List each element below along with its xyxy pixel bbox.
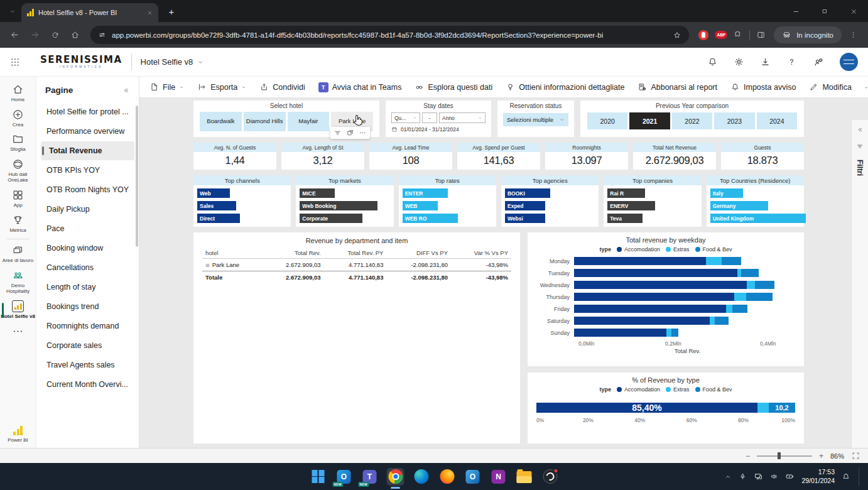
sidebar-page-otb-kpis-yoy[interactable]: OTB KPIs YOY bbox=[41, 161, 134, 180]
rail-item-home[interactable]: Home bbox=[0, 81, 36, 106]
user-avatar[interactable] bbox=[840, 53, 858, 71]
extensions-puzzle-icon[interactable] bbox=[734, 30, 743, 40]
slicer-bar-enerv[interactable]: ENERV bbox=[607, 201, 655, 210]
bar-segment-accomodation[interactable] bbox=[574, 329, 666, 337]
slicer-bar-teva[interactable]: Teva bbox=[607, 214, 643, 223]
sidebar-page-otb-room-nights-yoy[interactable]: OTB Room Nights YOY bbox=[41, 180, 134, 199]
zoom-slider-thumb[interactable] bbox=[778, 452, 781, 459]
browser-menu-icon[interactable] bbox=[845, 26, 862, 43]
bar-segment-food-bev[interactable] bbox=[746, 293, 773, 301]
toolbar-ottieni-informazioni-dettagliate[interactable]: Ottieni informazioni dettagliate bbox=[506, 82, 624, 92]
slicer-bar-enter[interactable]: ENTER bbox=[403, 188, 448, 198]
side-panel-icon[interactable] bbox=[756, 30, 766, 40]
download-icon[interactable] bbox=[760, 57, 771, 67]
taskbar-explorer-button[interactable] bbox=[516, 468, 533, 486]
bar-segment-food-bev[interactable] bbox=[741, 269, 759, 277]
zoom-out-button[interactable]: − bbox=[746, 452, 750, 460]
sidebar-page-pace[interactable]: Pace bbox=[41, 219, 134, 238]
browser-tab[interactable]: Hotel Selfie v8 - Power BI bbox=[21, 3, 158, 22]
weekday-bar-wednesday[interactable] bbox=[574, 281, 796, 289]
rail-item-hub-dati-onelake[interactable]: Hub dati OneLake bbox=[0, 156, 36, 187]
weekday-bar-tuesday[interactable] bbox=[574, 269, 796, 277]
legend-item-extras[interactable]: Extras bbox=[666, 386, 690, 393]
bar-segment-food-bev[interactable] bbox=[715, 317, 729, 325]
bar-segment-accomodation[interactable] bbox=[574, 281, 747, 289]
bar-segment-food-bev[interactable] bbox=[722, 257, 741, 265]
legend-item-accomodation[interactable]: Accomodation bbox=[617, 246, 660, 253]
slicer-bar-germany[interactable]: Germany bbox=[710, 201, 768, 210]
legend-item-food-bev[interactable]: Food & Bev bbox=[695, 386, 732, 393]
toolbar-esplora-questi-dati[interactable]: Esplora questi dati bbox=[415, 82, 492, 92]
rail-item-hotel-selfie-v8[interactable]: Hotel Selfie v8 bbox=[0, 298, 36, 323]
show-desktop-button[interactable] bbox=[859, 467, 860, 486]
bar-segment-extras[interactable] bbox=[666, 329, 671, 337]
slicer-bar-rai-r[interactable]: Rai R bbox=[607, 188, 645, 198]
rail-item-crea[interactable]: Crea bbox=[0, 106, 36, 131]
toolbar-file[interactable]: File bbox=[149, 82, 184, 92]
table-header-hotel[interactable]: hotel bbox=[202, 248, 263, 259]
minimize-icon[interactable] bbox=[781, 1, 810, 22]
sidebar-page-length-of-stay[interactable]: Length of stay bbox=[41, 278, 134, 297]
taskbar-start-button[interactable] bbox=[310, 468, 327, 486]
slicer-bar-sales[interactable]: Sales bbox=[197, 201, 236, 210]
sidebar-page-current-month-overvi[interactable]: Current Month Overvi... bbox=[41, 375, 134, 394]
sidebar-page-corporate-sales[interactable]: Corporate sales bbox=[41, 336, 134, 355]
stay-dates-granularity-dropdown[interactable]: Qu... bbox=[391, 112, 420, 123]
help-icon[interactable] bbox=[786, 57, 797, 67]
weekday-bar-thursday[interactable] bbox=[574, 293, 796, 301]
weekday-bar-sunday[interactable] bbox=[574, 329, 796, 337]
new-tab-button[interactable]: + bbox=[163, 3, 180, 19]
slicer-bar-web[interactable]: Web bbox=[197, 188, 230, 198]
bookmark-star-icon[interactable] bbox=[673, 31, 681, 40]
back-icon[interactable] bbox=[6, 26, 23, 43]
weekday-bar-friday[interactable] bbox=[574, 305, 796, 313]
adguard-extension-icon[interactable] bbox=[698, 30, 708, 40]
legend-item-extras[interactable]: Extras bbox=[666, 246, 690, 253]
slicer-bar-web-booking[interactable]: Web Booking bbox=[300, 201, 377, 210]
reload-icon[interactable] bbox=[46, 26, 63, 43]
toolbar-avvia-chat-in-teams[interactable]: TAvvia chat in Teams bbox=[318, 82, 402, 92]
focus-mode-icon[interactable] bbox=[346, 129, 354, 137]
microphone-icon[interactable] bbox=[739, 472, 747, 481]
sidebar-page-total-revenue[interactable]: Total Revenue bbox=[41, 141, 134, 160]
more-options-icon[interactable] bbox=[359, 129, 367, 137]
adblock-extension-icon[interactable]: ABP bbox=[715, 31, 727, 39]
zoom-in-button[interactable]: + bbox=[819, 452, 823, 460]
sidebar-page-hotel-selfie-for-protel[interactable]: Hotel Selfie for protel ... bbox=[41, 102, 134, 121]
rail-item-aree-di-lavoro[interactable]: Aree di lavoro bbox=[0, 242, 36, 267]
taskbar-edge-button[interactable] bbox=[413, 468, 430, 486]
bar-segment-extras[interactable] bbox=[726, 305, 732, 313]
weekday-bar-monday[interactable] bbox=[574, 257, 796, 265]
slicer-bar-mice[interactable]: MICE bbox=[300, 188, 335, 198]
slicer-bar-web-ro[interactable]: WEB RO bbox=[403, 214, 458, 223]
toolbar-modifica[interactable]: Modifica bbox=[809, 82, 852, 92]
address-bar[interactable]: app.powerbi.com/groups/bb0e72f9-3dfb-478… bbox=[90, 26, 689, 44]
taskbar-firefox-button[interactable] bbox=[438, 468, 456, 486]
pct-segment-food-bev[interactable]: 10,2 bbox=[769, 403, 795, 413]
hotel-button-boardwalk[interactable]: Boardwalk bbox=[200, 112, 242, 131]
tray-chevron-up-icon[interactable] bbox=[724, 473, 732, 481]
taskbar-clock[interactable]: 17:53 29/01/2024 bbox=[801, 468, 835, 485]
notification-center-icon[interactable] bbox=[842, 472, 850, 481]
reservation-status-dropdown[interactable]: Selezioni multiple bbox=[503, 113, 568, 126]
toolbar-esporta[interactable]: Esporta bbox=[197, 82, 246, 92]
taskbar-outlook-button[interactable]: O bbox=[464, 468, 482, 486]
expand-row-icon[interactable]: ⊞ bbox=[205, 263, 210, 268]
slicer-bar-united-kingdom[interactable]: United Kingdom bbox=[710, 214, 806, 223]
scrollbar-thumb[interactable] bbox=[136, 106, 138, 247]
sidebar-page-bookings-trend[interactable]: Bookings trend bbox=[41, 297, 134, 316]
bar-segment-extras[interactable] bbox=[747, 281, 755, 289]
bar-segment-accomodation[interactable] bbox=[574, 305, 726, 313]
rail-item-app[interactable]: App bbox=[0, 187, 36, 212]
rail-item-metrica[interactable]: Metrica bbox=[0, 212, 36, 237]
sidebar-page-performance-overview[interactable]: Performance overview bbox=[41, 122, 134, 141]
sidebar-page-roomnights-demand[interactable]: Roomnights demand bbox=[41, 317, 134, 335]
bar-segment-accomodation[interactable] bbox=[574, 257, 706, 265]
filter-funnel-icon[interactable] bbox=[856, 143, 864, 150]
slicer-bar-italy[interactable]: Italy bbox=[710, 188, 743, 198]
bar-segment-food-bev[interactable] bbox=[671, 329, 679, 337]
bar-segment-accomodation[interactable] bbox=[574, 293, 734, 301]
table-row[interactable]: ⊞Park Lane2.672.909,034.771.140,83-2.098… bbox=[202, 259, 511, 271]
taskbar-onenote-button[interactable]: N bbox=[490, 468, 507, 486]
filter-lines-icon[interactable] bbox=[334, 129, 342, 137]
